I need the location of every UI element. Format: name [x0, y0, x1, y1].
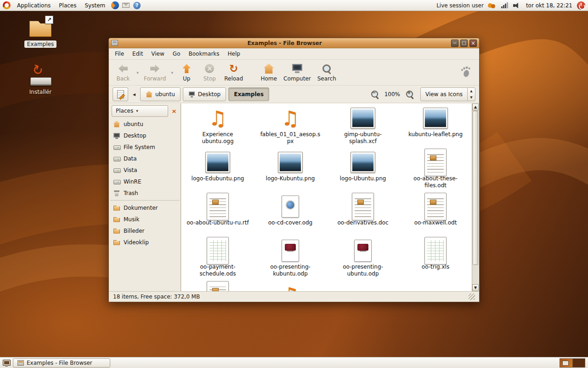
file-item-partial[interactable] — [181, 282, 254, 291]
file-item[interactable]: oo-trig.xls — [399, 238, 472, 282]
close-button[interactable] — [469, 40, 477, 47]
firefox-launcher[interactable] — [110, 1, 119, 10]
menu-file[interactable]: File — [111, 49, 128, 59]
breadcrumb-ubuntu[interactable]: ubuntu — [140, 87, 181, 101]
image-file-icon — [351, 107, 375, 130]
sidebar-item-ubuntu[interactable]: ubuntu — [109, 118, 181, 130]
forward-button[interactable]: Forward — [141, 61, 169, 84]
sidebar-item-billeder[interactable]: Billeder — [109, 225, 181, 236]
reload-label: Reload — [224, 75, 243, 82]
breadcrumb-scroll-left[interactable] — [130, 87, 138, 101]
sidebar-item-file-system[interactable]: File System — [109, 141, 181, 153]
file-item[interactable]: logo-Kubuntu.png — [254, 150, 327, 194]
file-item[interactable]: Experience ubuntu.ogg — [181, 106, 254, 150]
titlebar[interactable]: Examples - File Browser — [109, 38, 479, 48]
menu-applications[interactable]: Applications — [13, 1, 54, 10]
forward-arrow-icon — [149, 63, 160, 74]
network-signal-icon[interactable] — [501, 2, 509, 9]
file-icon-view[interactable]: Experience ubuntu.ogg fables_01_01_aesop… — [181, 104, 472, 291]
maximize-button[interactable] — [460, 40, 468, 47]
home-button[interactable]: Home — [257, 61, 280, 84]
drawing-file-icon — [278, 195, 303, 218]
view-mode-combo[interactable]: View as Icons ▲▼ — [420, 87, 475, 101]
edit-location-toggle[interactable] — [113, 87, 128, 101]
menu-bookmarks[interactable]: Bookmarks — [184, 49, 223, 59]
file-label: kubuntu-leaflet.png — [408, 131, 463, 138]
sidebar-item-label: Data — [124, 155, 137, 162]
menu-help[interactable]: Help — [224, 49, 244, 59]
resize-grip[interactable] — [469, 293, 475, 300]
scroll-up-arrow[interactable] — [472, 104, 479, 110]
mail-launcher[interactable] — [121, 1, 130, 10]
logout-power-button[interactable] — [577, 1, 585, 10]
sidebar-item-trash[interactable]: Trash — [109, 187, 181, 199]
user-switcher-applet[interactable]: Live session user — [434, 2, 486, 9]
up-arrow-icon — [181, 63, 192, 74]
file-item[interactable]: oo-derivatives.doc — [327, 194, 399, 238]
workspace-1[interactable] — [560, 359, 572, 367]
reload-button[interactable]: Reload — [221, 61, 246, 84]
toolbar: Back Forward Up Stop Reload Hom — [109, 60, 479, 86]
sidebar-item-label: WinRE — [124, 178, 141, 185]
file-item[interactable]: oo-about-ubuntu-ru.rtf — [181, 194, 254, 238]
sidebar-item-data[interactable]: Data — [109, 153, 181, 164]
minimize-button[interactable] — [451, 40, 458, 47]
menu-edit[interactable]: Edit — [128, 49, 147, 59]
zoom-in-button[interactable]: + — [404, 89, 415, 100]
breadcrumb-examples[interactable]: Examples — [228, 87, 269, 101]
stop-button[interactable]: Stop — [198, 61, 221, 84]
sidebar-selector[interactable]: Places — [112, 105, 168, 117]
workspace-2[interactable] — [572, 359, 585, 367]
sidebar-item-winre[interactable]: WinRE — [109, 176, 181, 187]
sidebar-item-desktop[interactable]: Desktop — [109, 130, 181, 141]
sidebar-item-vista[interactable]: Vista — [109, 164, 181, 176]
search-label: Search — [317, 75, 336, 82]
menu-system[interactable]: System — [81, 1, 109, 10]
vertical-scrollbar[interactable] — [472, 104, 479, 291]
computer-button[interactable]: Computer — [280, 61, 314, 84]
desktop-icon-installer[interactable]: Installér — [18, 65, 62, 96]
file-item[interactable]: oo-presenting-ubuntu.odp — [327, 238, 399, 282]
view-mode-spin-icon[interactable]: ▲▼ — [467, 88, 475, 101]
volume-icon[interactable] — [513, 2, 520, 9]
sidebar-close-icon[interactable] — [170, 107, 178, 115]
scroll-down-arrow[interactable] — [472, 284, 479, 291]
users-icon[interactable] — [487, 2, 496, 9]
sidebar-item-videoklip[interactable]: Videoklip — [109, 236, 181, 248]
desktop-icon-examples[interactable]: Examples — [18, 17, 62, 48]
menu-go[interactable]: Go — [169, 49, 185, 59]
file-item[interactable]: oo-payment-schedule.ods — [181, 238, 254, 282]
file-item[interactable]: fables_01_01_aesop.spx — [254, 106, 327, 150]
zoom-out-button[interactable]: − — [369, 89, 380, 100]
clock-applet[interactable]: tor okt 18, 22:21 — [522, 2, 576, 9]
file-item[interactable]: oo-presenting-kubuntu.odp — [254, 238, 327, 282]
scrollbar-thumb[interactable] — [473, 111, 478, 265]
search-button[interactable]: Search — [314, 61, 339, 84]
help-launcher[interactable] — [132, 1, 141, 10]
file-item[interactable]: logo-Ubuntu.png — [327, 150, 399, 194]
back-dropdown-arrow[interactable] — [135, 61, 141, 84]
sidebar-selector-label: Places — [116, 108, 133, 114]
sidebar-item-dokumenter[interactable]: Dokumenter — [109, 202, 181, 213]
presentation-file-icon — [278, 239, 303, 262]
zoom-level: 100% — [383, 91, 402, 98]
window-title: Examples - File Browser — [120, 40, 449, 46]
back-button[interactable]: Back — [112, 61, 135, 84]
show-desktop-button[interactable] — [2, 358, 11, 368]
breadcrumb-desktop[interactable]: Desktop — [183, 87, 226, 101]
menu-places[interactable]: Places — [55, 1, 80, 10]
file-item[interactable]: gimp-ubuntu-splash.xcf — [327, 106, 399, 150]
menu-view[interactable]: View — [147, 49, 168, 59]
taskbar-item[interactable]: Examples - File Browser — [13, 358, 110, 368]
folder-icon — [113, 239, 120, 246]
up-button[interactable]: Up — [175, 61, 198, 84]
file-item[interactable]: oo-maxwell.odt — [399, 194, 472, 238]
firefox-icon — [111, 1, 119, 9]
file-item[interactable]: oo-cd-cover.odg — [254, 194, 327, 238]
sidebar-item-musik[interactable]: Musik — [109, 213, 181, 225]
file-item[interactable]: logo-Edubuntu.png — [181, 150, 254, 194]
forward-dropdown-arrow[interactable] — [169, 61, 175, 84]
file-item[interactable]: kubuntu-leaflet.png — [399, 106, 472, 150]
file-item[interactable]: oo-about-these-files.odt — [399, 150, 472, 194]
file-item-partial[interactable] — [254, 282, 327, 291]
